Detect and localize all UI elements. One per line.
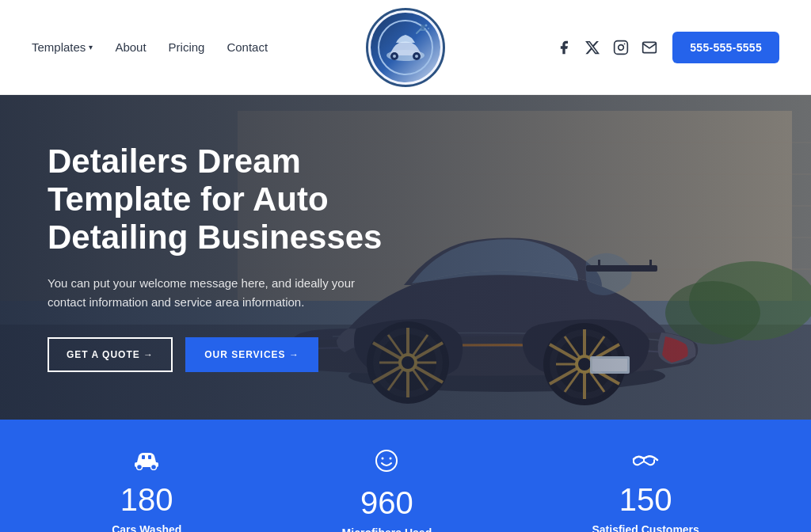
svg-point-6 [421,25,425,29]
hero-buttons: GET A QUOTE → OUR SERVICES → [48,337,396,372]
email-icon[interactable] [641,39,658,56]
site-header: Templates ▾ About Pricing Contact [0,0,811,95]
nav-templates-link[interactable]: Templates [32,40,86,54]
phone-button[interactable]: 555-555-5555 [672,32,779,63]
nav-about-link[interactable]: About [115,40,146,54]
svg-point-56 [382,458,384,460]
customers-label: Satisfied Customers [592,523,699,532]
main-nav: Templates ▾ About Pricing Contact [32,40,268,54]
handshake-icon [630,448,661,476]
hero-subtitle: You can put your welcome message here, a… [48,274,396,312]
stat-cars-washed: 180 Cars Washed [112,448,181,532]
stat-customers: 150 Satisfied Customers [592,448,699,532]
svg-rect-9 [615,40,628,54]
stat-microfibers: 960 Microfibers Used [342,448,432,532]
hero-content: Detailers Dream Template for Auto Detail… [0,142,444,373]
svg-point-5 [415,55,418,58]
smile-icon [374,448,399,479]
nav-contact-link[interactable]: Contact [227,40,268,54]
svg-rect-53 [142,455,145,459]
svg-point-55 [376,450,397,471]
stats-section: 180 Cars Washed 960 Microfibers Used 150… [0,420,811,532]
site-logo[interactable] [366,8,445,87]
svg-point-8 [428,28,429,29]
instagram-icon[interactable] [612,39,630,56]
svg-point-4 [393,55,396,58]
nav-pricing-link[interactable]: Pricing [169,40,205,54]
svg-point-57 [390,458,392,460]
cars-washed-number: 180 [120,484,173,515]
hero-section: Detailers Dream Template for Auto Detail… [0,95,811,420]
svg-point-51 [137,465,143,470]
our-services-button[interactable]: OUR SERVICES → [185,337,318,372]
microfibers-label: Microfibers Used [342,526,432,532]
social-icons [555,39,658,56]
customers-number: 150 [619,484,672,515]
get-quote-button[interactable]: GET A QUOTE → [48,337,173,372]
svg-point-7 [425,24,428,26]
logo-svg [377,19,434,76]
svg-rect-54 [148,455,151,459]
facebook-icon[interactable] [555,39,573,56]
chevron-down-icon: ▾ [89,43,93,51]
cars-washed-label: Cars Washed [112,523,181,532]
car-icon [132,448,161,476]
header-right: 555-555-5555 [555,32,779,63]
hero-title: Detailers Dream Template for Auto Detail… [48,142,396,257]
svg-point-52 [151,465,157,470]
nav-templates[interactable]: Templates ▾ [32,40,93,54]
microfibers-number: 960 [360,487,413,519]
x-twitter-icon[interactable] [584,39,601,56]
